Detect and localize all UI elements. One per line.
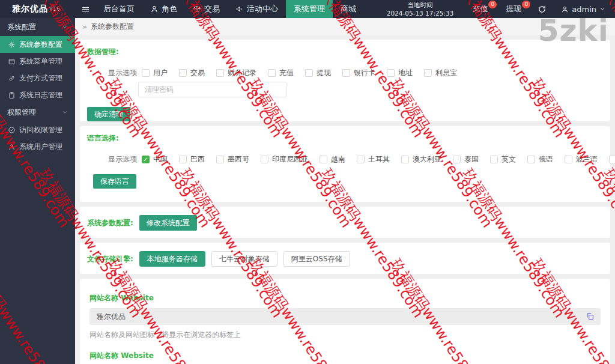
clean-password-input[interactable] [138, 82, 287, 97]
scales-icon [193, 5, 201, 13]
card-website-settings: 网站名称 Website 网站名称及网站图标，将显示在浏览器的标签上 网站名称 … [80, 279, 610, 364]
checkbox-label: 银行卡 [354, 68, 375, 78]
checkbox-icon [565, 156, 572, 163]
card-title: 数据管理: [87, 47, 603, 57]
checkbox-label: 地址 [398, 68, 413, 78]
checkbox-lang-turkey[interactable]: 土耳其 [357, 154, 390, 165]
checkbox-trade[interactable]: 交易 [179, 68, 205, 78]
checkbox-users[interactable]: 用户 [142, 68, 168, 78]
local-time-label: 当地时间 [408, 1, 433, 9]
clipboard-icon [8, 91, 16, 99]
checkbox-icon [142, 69, 150, 77]
checkbox-lang-polish[interactable]: 波兰语 [565, 154, 598, 165]
checkbox-withdraw[interactable]: 提现 [305, 68, 331, 78]
checkbox-label: 交易 [190, 68, 205, 78]
storage-local-button[interactable]: 本地服务器存储 [139, 251, 205, 267]
checkbox-label: 巴西 [190, 154, 205, 165]
checkbox-label: 提现 [317, 68, 331, 78]
checkbox-label: 土耳其 [368, 154, 390, 165]
top-menu-label: 交易 [204, 4, 220, 14]
top-menu-item-activity-center[interactable]: 活动中心 [228, 0, 286, 18]
storage-qiniu-button[interactable]: 七牛云对象存储 [211, 251, 277, 267]
top-menu-item-system[interactable]: 系统管理 [286, 0, 333, 18]
checkbox-lang-mexico[interactable]: 墨西哥 [216, 154, 249, 165]
checkbox-lang-brazil[interactable]: 巴西 [179, 154, 205, 165]
sidebar-item-system-users[interactable]: 系统用户管理 [0, 138, 75, 155]
checkbox-lang-japanese[interactable]: 日语 [609, 154, 615, 165]
checkbox-address[interactable]: 地址 [387, 68, 413, 78]
checkbox-icon [268, 69, 276, 77]
admin-menu[interactable]: admin [554, 0, 615, 18]
sidebar-item-payment-methods[interactable]: 支付方式管理 [0, 70, 75, 86]
checkbox-bank-card[interactable]: 银行卡 [342, 68, 375, 78]
sidebar-item-system-params[interactable]: 系统参数配置 [0, 36, 75, 53]
app-logo[interactable]: 雅尔优品 V16 [0, 0, 75, 18]
checkbox-finance-records[interactable]: 财务记录 [216, 68, 256, 78]
checkbox-icon [401, 156, 409, 163]
checkbox-lang-indonesia[interactable]: 印度尼西亚 [261, 154, 308, 165]
top-menu-label: 系统管理 [294, 4, 325, 14]
card-system-config: 系统参数配置: 修改系统配置 [80, 207, 610, 238]
sidebar-toggle-button[interactable] [75, 0, 95, 18]
breadcrumb-current: 系统参数配置 [91, 22, 134, 32]
checkbox-label: 财务记录 [228, 68, 256, 78]
top-menu: 后台首页 角色 交易 活动中心 系统管理 商城 [95, 0, 364, 18]
sidebar: 系统配置 系统参数配置 系统菜单管理 支付方式管理 系统日志管理 权限管理 访问… [0, 18, 75, 364]
sidebar-item-label: 系统用户管理 [19, 142, 62, 152]
checkbox-icon [216, 156, 224, 163]
recharge-badge: 0 [488, 1, 497, 8]
top-menu-item-trade[interactable]: 交易 [185, 0, 228, 18]
local-time: 当地时间 2024-05-13 17:25:33 [377, 0, 464, 18]
recharge-link[interactable]: 充值 0 [463, 0, 497, 18]
card-data-manage: 数据管理: 显示选项 用户 交易 财务记录 充值 提现 银行卡 地址 利息宝 确… [80, 40, 610, 121]
link-icon [8, 74, 16, 82]
save-language-button[interactable]: 保存语言 [93, 174, 136, 189]
confirm-clean-button[interactable]: 确定清理 [87, 107, 130, 121]
checkbox-interest-treasure[interactable]: 利息宝 [424, 68, 457, 78]
checkbox-lang-china[interactable]: 中国 [142, 154, 168, 165]
sidebar-item-system-menu[interactable]: 系统菜单管理 [0, 53, 75, 70]
megaphone-icon [235, 5, 244, 13]
checkbox-label: 充值 [279, 68, 294, 78]
modify-system-config-button[interactable]: 修改系统配置 [139, 215, 197, 231]
top-menu-item-roles[interactable]: 角色 [142, 0, 185, 18]
checkbox-icon [216, 69, 224, 77]
checkbox-lang-australia[interactable]: 澳大利亚 [401, 154, 441, 165]
top-menu-label: 活动中心 [247, 4, 278, 14]
admin-app: 雅尔优品 V16 后台首页 角色 交易 活动中心 系统管理 [0, 0, 615, 364]
withdraw-link[interactable]: 提现 0 [497, 0, 530, 18]
check-circle-icon [8, 126, 16, 134]
menu-card-icon [8, 58, 16, 65]
refresh-button[interactable] [530, 0, 554, 18]
checkbox-checked-icon [142, 156, 150, 163]
storage-aliyun-oss-button[interactable]: 阿里云OSS存储 [283, 251, 350, 267]
sidebar-item-access-permissions[interactable]: 访问权限管理 [0, 121, 75, 138]
checkbox-label: 印度尼西亚 [272, 154, 308, 165]
checkbox-label: 墨西哥 [228, 154, 249, 165]
card-title: 文件存储引擎: [87, 254, 133, 264]
website-name-field-group: 网站名称 Website 网站名称及网站图标，将显示在浏览器的标签上 [89, 293, 601, 340]
sidebar-group-system-config[interactable]: 系统配置 [0, 18, 75, 36]
copy-button[interactable] [586, 312, 595, 323]
field-label: 网站名称 Website [89, 351, 601, 361]
checkbox-icon [490, 156, 498, 163]
sidebar-item-label: 系统日志管理 [19, 90, 62, 100]
top-menu-item-mall[interactable]: 商城 [333, 0, 364, 18]
checkbox-lang-thailand[interactable]: 泰国 [453, 154, 479, 165]
checkbox-lang-english[interactable]: 英文 [490, 154, 516, 165]
checkbox-icon [609, 156, 615, 163]
checkbox-icon [357, 156, 365, 163]
checkbox-lang-russian[interactable]: 俄语 [527, 154, 553, 165]
checkbox-lang-vietnam[interactable]: 越南 [320, 154, 345, 165]
checkbox-icon [387, 69, 395, 77]
website-name-input[interactable] [89, 308, 601, 325]
checkbox-label: 越南 [331, 154, 345, 165]
sidebar-group-permissions[interactable]: 权限管理 [0, 103, 75, 121]
top-menu-item-dashboard[interactable]: 后台首页 [95, 0, 142, 18]
gear-icon [8, 41, 16, 49]
topbar-right: 当地时间 2024-05-13 17:25:33 充值 0 提现 0 admin [377, 0, 615, 18]
checkbox-recharge[interactable]: 充值 [268, 68, 294, 78]
sidebar-item-system-logs[interactable]: 系统日志管理 [0, 86, 75, 103]
copy-icon [586, 312, 595, 321]
topbar: 雅尔优品 V16 后台首页 角色 交易 活动中心 系统管理 [0, 0, 615, 18]
